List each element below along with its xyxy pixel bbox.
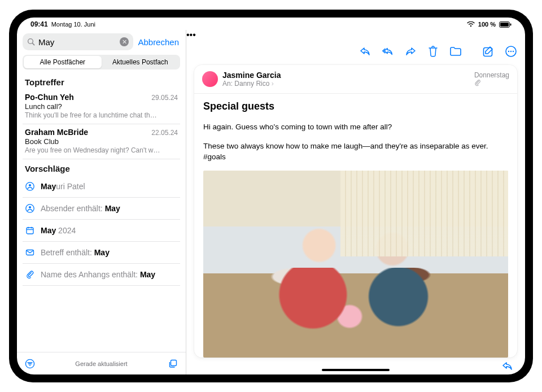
hit-sender: Graham McBride (25, 128, 88, 137)
compose-button[interactable] (482, 45, 495, 58)
search-icon (27, 38, 35, 46)
svg-point-8 (29, 206, 31, 208)
sync-status: Gerade aktualisiert (75, 360, 127, 367)
segment-current-mailbox[interactable]: Aktuelles Postfach (102, 56, 180, 68)
svg-point-6 (29, 184, 31, 186)
suggestion-label: Mayuri Patel (41, 182, 85, 191)
status-bar: 09:41 Montag 10. Juni 100 % (17, 18, 525, 30)
filter-button[interactable] (25, 359, 35, 369)
ipad-device-frame: 09:41 Montag 10. Juni 100 % (9, 10, 533, 382)
suggestions-header: Vorschläge (23, 159, 180, 176)
person-icon (25, 181, 35, 191)
forward-button[interactable] (404, 45, 417, 58)
chevron-right-icon: › (272, 80, 274, 88)
search-field[interactable]: May ✕ (23, 33, 133, 50)
wifi-icon (467, 21, 475, 27)
hit-subject: Lunch call? (25, 102, 178, 111)
message-paragraph: Hi again. Guess who's coming to town wit… (203, 121, 508, 133)
attachment-image[interactable] (203, 171, 508, 358)
compose-stack-button[interactable] (168, 359, 178, 369)
screen: 09:41 Montag 10. Juni 100 % (17, 18, 525, 374)
suggestion-label: Name des Anhangs enthält: May (41, 270, 155, 279)
clear-search-button[interactable]: ✕ (120, 37, 129, 46)
attachment-icon (474, 79, 509, 87)
battery-icon (499, 21, 512, 28)
svg-rect-9 (27, 228, 33, 234)
reply-button[interactable] (359, 45, 371, 58)
suggestion-attachment-name-contains[interactable]: Name des Anhangs enthält: May (23, 264, 180, 286)
sender-avatar[interactable] (202, 71, 218, 87)
search-hit[interactable]: Po-Chun Yeh 29.05.24 Lunch call? Think y… (23, 89, 180, 124)
home-indicator[interactable] (322, 369, 390, 371)
calendar-icon (25, 225, 35, 236)
paperclip-icon (25, 269, 35, 280)
hit-preview: Are you free on Wednesday night? Can't w… (25, 146, 178, 154)
suggestion-date[interactable]: May 2024 (23, 220, 180, 242)
recipient-name: Danny Rico (234, 80, 269, 88)
status-date: Montag 10. Juni (51, 21, 95, 28)
svg-line-4 (32, 43, 34, 45)
hit-date: 29.05.24 (151, 94, 178, 102)
suggestion-person[interactable]: Mayuri Patel (23, 176, 180, 198)
search-input[interactable]: May (38, 37, 116, 47)
reply-all-button[interactable] (382, 45, 394, 58)
segment-all-mailboxes[interactable]: Alle Postfächer (24, 56, 102, 68)
hit-preview: Think you'll be free for a lunchtime cha… (25, 111, 178, 119)
recipient-line[interactable]: An: Danny Rico › (222, 80, 470, 88)
content: May ✕ Abbrechen Alle Postfächer Aktuelle… (17, 30, 525, 374)
svg-point-19 (510, 51, 512, 52)
move-button[interactable] (449, 45, 462, 58)
suggestion-sender-contains[interactable]: Absender enthält: May (23, 198, 180, 220)
sender-name[interactable]: Jasmine Garcia (222, 71, 470, 80)
message-paragraph: These two always know how to make me lau… (203, 141, 508, 163)
message-toolbar (186, 40, 525, 63)
mail-icon (25, 247, 35, 258)
mailbox-scope-segmented: Alle Postfächer Aktuelles Postfach (23, 55, 180, 69)
message-pane: ••• (186, 30, 525, 374)
battery-text: 100 % (478, 21, 496, 28)
hit-date: 22.05.24 (151, 129, 178, 137)
suggestion-label: May 2024 (41, 226, 76, 235)
search-hit[interactable]: Graham McBride 22.05.24 Book Club Are yo… (23, 124, 180, 159)
suggestion-label: Absender enthält: May (41, 204, 120, 213)
suggestion-label: Betreff enthält: May (41, 248, 110, 257)
reply-quick-button[interactable] (501, 360, 514, 372)
trash-button[interactable] (427, 45, 439, 58)
svg-rect-15 (171, 360, 176, 365)
cancel-button[interactable]: Abbrechen (137, 37, 180, 47)
message-subject: Special guests (203, 101, 508, 112)
more-button[interactable] (505, 45, 517, 58)
multitasking-dots-icon[interactable]: ••• (186, 30, 525, 40)
message-card: Jasmine Garcia An: Danny Rico › Donnerst… (194, 65, 517, 358)
sidebar: May ✕ Abbrechen Alle Postfächer Aktuelle… (17, 30, 186, 374)
person-icon (25, 203, 35, 214)
svg-rect-1 (500, 23, 509, 27)
svg-rect-2 (510, 23, 512, 25)
message-date: Donnerstag (474, 71, 509, 79)
top-hits-header: Toptreffer (23, 73, 180, 89)
status-time: 09:41 (30, 20, 48, 28)
hit-subject: Book Club (25, 137, 178, 146)
svg-point-18 (508, 51, 509, 52)
hit-sender: Po-Chun Yeh (25, 93, 74, 102)
svg-point-20 (513, 51, 514, 52)
to-label: An: (222, 80, 233, 88)
suggestion-subject-contains[interactable]: Betreff enthält: May (23, 242, 180, 264)
